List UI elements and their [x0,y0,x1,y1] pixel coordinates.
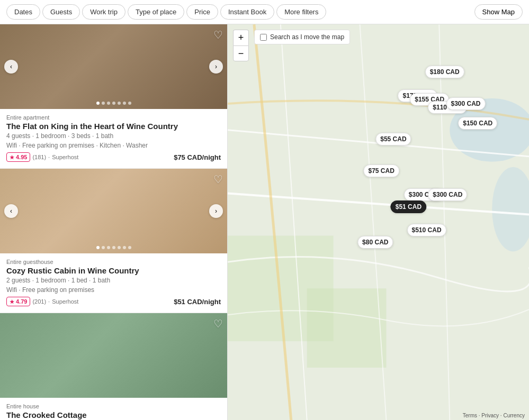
carousel-dot-1-2 [102,102,105,105]
zoom-out-button[interactable]: − [233,45,249,61]
carousel-dot-1-4 [112,102,115,105]
listing-title-1: The Flat on King in the Heart of Wine Co… [6,122,221,131]
svg-line-6 [228,194,529,215]
price-pin-p11[interactable]: $80 CAD [357,236,393,249]
price-pin-p10[interactable]: $300 CAD [428,188,467,201]
svg-rect-4 [307,288,387,368]
carousel-dot-1-5 [118,102,121,105]
map-panel: + − Search as I move the map $180 CAD$17… [228,24,529,420]
superhost-label-1: Superhost [52,154,78,160]
price-pin-p7[interactable]: $55 CAD [375,133,411,145]
listing-info-3: Entire houseThe Crooked Cottage6 guests … [0,398,227,420]
listing-info-1: Entire apartmentThe Flat on King in the … [0,109,227,168]
main-layout: ♡‹›Entire apartmentThe Flat on King in t… [0,24,529,420]
listing-image-1: ♡‹› [0,24,227,109]
listing-info-2: Entire guesthouseCozy Rustic Cabin in Wi… [0,253,227,313]
svg-point-2 [492,167,529,252]
carousel-dot-2-4 [112,246,115,249]
search-as-i-move-bar: Search as I move the map [254,30,350,44]
type-of-place-filter-button[interactable]: Type of place [128,4,184,20]
wishlist-button-1[interactable]: ♡ [213,29,223,41]
carousel-dot-1-3 [107,102,110,105]
price-pin-p1[interactable]: $180 CAD [425,66,464,78]
carousel-dot-2-7 [128,246,131,249]
svg-line-9 [439,24,450,420]
map-roads-overlay [228,24,529,420]
price-pin-p12[interactable]: $51 CAD [391,200,426,213]
listing-image-3: ♡ [0,313,227,398]
listing-image-2: ♡‹› [0,169,227,253]
listing-type-2: Entire guesthouse [6,259,221,265]
more-filters-button[interactable]: More filters [276,4,326,20]
rating-badge-1: ★4.95 [6,152,30,162]
listing-amenities-2: Wifi · Free parking on premises [6,286,221,294]
carousel-dot-2-3 [107,246,110,249]
guests-filter-button[interactable]: Guests [42,4,80,20]
rating-badge-2: ★4.79 [6,297,30,306]
instant-book-filter-button[interactable]: Instant Book [220,4,274,20]
price-filter-button[interactable]: Price [186,4,218,20]
listing-price-1: $75 CAD/night [174,153,221,161]
show-map-button[interactable]: Show Map [474,4,523,20]
rating-count-1: (181) [32,154,46,160]
map-background[interactable]: + − Search as I move the map $180 CAD$17… [228,24,529,420]
map-zoom-controls: + − [233,30,249,61]
wishlist-button-2[interactable]: ♡ [213,173,223,186]
top-navigation: Dates Guests Work trip Type of place Pri… [0,0,529,24]
work-trip-filter-button[interactable]: Work trip [82,4,125,20]
listing-details-2: 2 guests · 1 bedroom · 1 bed · 1 bath [6,277,221,284]
price-pin-p8[interactable]: $75 CAD [364,165,399,177]
listing-footer-2: ★4.79(201)·Superhost$51 CAD/night [6,297,221,306]
listing-rating-1: ★4.95(181)·Superhost [6,152,78,162]
svg-rect-0 [228,24,529,420]
rating-count-2: (201) [32,298,46,305]
superhost-label-2: Superhost [52,298,78,305]
carousel-right-arrow-2[interactable]: › [209,204,223,218]
carousel-dot-2-1 [96,246,100,249]
listing-card-3[interactable]: ♡Entire houseThe Crooked Cottage6 guests… [0,313,227,420]
carousel-dot-2-6 [123,246,126,249]
carousel-dots-2 [96,246,131,249]
star-icon-2: ★ [10,299,14,305]
price-pin-p13[interactable]: $510 CAD [407,224,446,236]
wishlist-button-3[interactable]: ♡ [213,317,223,330]
listing-price-2: $51 CAD/night [174,298,221,306]
svg-line-8 [360,24,387,420]
svg-rect-3 [228,235,334,341]
price-pin-p5[interactable]: $300 CAD [446,97,485,110]
listing-type-1: Entire apartment [6,114,221,121]
listing-title-2: Cozy Rustic Cabin in Wine Country [6,266,221,275]
carousel-dot-2-2 [102,246,105,249]
map-attribution: Terms · Privacy · Currency [463,413,525,418]
listing-card-1[interactable]: ♡‹›Entire apartmentThe Flat on King in t… [0,24,227,169]
listing-rating-2: ★4.79(201)·Superhost [6,297,78,306]
carousel-dot-1-6 [123,102,126,105]
carousel-dot-2-5 [118,246,121,249]
listing-card-2[interactable]: ♡‹›Entire guesthouseCozy Rustic Cabin in… [0,169,227,313]
star-icon-1: ★ [10,154,14,160]
listing-details-1: 4 guests · 1 bedroom · 3 beds · 1 bath [6,132,221,140]
carousel-dots-1 [96,102,131,105]
search-as-i-move-checkbox[interactable] [260,34,267,41]
listing-footer-1: ★4.95(181)·Superhost$75 CAD/night [6,152,221,162]
zoom-in-button[interactable]: + [233,30,249,45]
carousel-left-arrow-2[interactable]: ‹ [4,204,18,218]
search-as-i-move-label[interactable]: Search as I move the map [270,33,344,41]
carousel-dot-1-1 [96,102,100,105]
carousel-dot-1-7 [128,102,131,105]
listing-title-3: The Crooked Cottage [6,410,221,419]
carousel-left-arrow-1[interactable]: ‹ [4,60,18,74]
price-pin-p6[interactable]: $150 CAD [458,117,497,130]
svg-line-7 [281,24,307,420]
listing-panel: ♡‹›Entire apartmentThe Flat on King in t… [0,24,228,420]
dates-filter-button[interactable]: Dates [6,4,40,20]
listing-amenities-1: Wifi · Free parking on premises · Kitche… [6,142,221,149]
listing-type-3: Entire house [6,403,221,409]
carousel-right-arrow-1[interactable]: › [209,60,223,74]
